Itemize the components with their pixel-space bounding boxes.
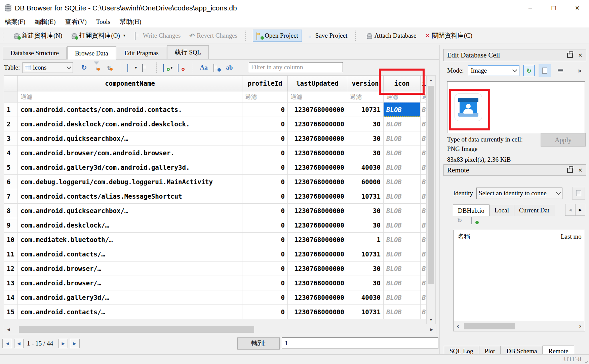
- cell-profileId[interactable]: 0: [242, 175, 288, 189]
- filter-profileId-input[interactable]: 過濾: [242, 91, 288, 103]
- cell-clipped-blob[interactable]: BLOB: [421, 247, 427, 261]
- row-number[interactable]: 7: [4, 189, 18, 204]
- cell-componentName[interactable]: com.android.gallery3d/…: [18, 290, 242, 305]
- remote-list-header-lastmodified[interactable]: Last mo: [558, 233, 582, 240]
- cell-profileId[interactable]: 0: [242, 146, 288, 160]
- scroll-left-icon[interactable]: ‹: [454, 322, 462, 330]
- first-page-button[interactable]: ◀: [2, 339, 12, 348]
- last-page-button[interactable]: ▶: [70, 339, 80, 348]
- cell-lastUpdated[interactable]: 1230768000000: [288, 233, 347, 247]
- tab-dbhub[interactable]: DBHub.io: [453, 204, 489, 216]
- cell-profileId[interactable]: 0: [242, 117, 288, 131]
- clone-database-button[interactable]: [572, 187, 585, 200]
- write-changes-button[interactable]: Write Changes: [131, 30, 184, 41]
- cell-icon-blob[interactable]: BLOB: [384, 189, 421, 204]
- cell-icon-blob[interactable]: BLOB: [384, 204, 421, 218]
- cell-profileId[interactable]: 0: [242, 261, 288, 276]
- cell-lastUpdated[interactable]: 1230768000000: [288, 218, 347, 233]
- cell-lastUpdated[interactable]: 1230768000000: [288, 276, 347, 290]
- filter-any-column-input[interactable]: [249, 62, 343, 72]
- next-page-button[interactable]: ▶: [58, 339, 68, 348]
- cell-version[interactable]: 10731: [347, 189, 384, 204]
- tab-database-structure[interactable]: Database Structure: [3, 47, 67, 59]
- cell-version[interactable]: 30: [347, 146, 384, 160]
- insert-record-dropdown-icon[interactable]: ▼: [170, 66, 173, 70]
- tab-browse-data[interactable]: Browse Data: [67, 46, 116, 59]
- menu-view[interactable]: 查看(V): [61, 17, 91, 27]
- cell-clipped-blob[interactable]: BLOB: [421, 189, 427, 204]
- revert-changes-button[interactable]: ↶ Revert Changes: [186, 30, 241, 41]
- row-number[interactable]: 5: [4, 160, 18, 175]
- open-database-button[interactable]: 打開資料庫(O) ▼: [68, 29, 129, 42]
- cell-clipped-blob[interactable]: BLOB: [421, 290, 427, 305]
- cell-profileId[interactable]: 0: [242, 204, 288, 218]
- cell-profileId[interactable]: 0: [242, 160, 288, 175]
- header-corner[interactable]: [4, 76, 18, 91]
- filter-icon-input[interactable]: 過濾: [384, 91, 421, 103]
- cell-lastUpdated[interactable]: 1230768000000: [288, 204, 347, 218]
- remote-list-horizontal-scrollbar[interactable]: ‹ ›: [454, 321, 584, 331]
- scroll-right-icon[interactable]: ›: [576, 322, 584, 330]
- cell-icon-blob[interactable]: BLOB: [384, 276, 421, 290]
- cell-profileId[interactable]: 0: [242, 247, 288, 261]
- column-header-componentName[interactable]: componentName: [18, 76, 242, 91]
- horizontal-scroll-thumb[interactable]: [464, 323, 515, 329]
- cell-lastUpdated[interactable]: 1230768000000: [288, 117, 347, 131]
- cell-componentName[interactable]: com.android.quicksearchbox/…: [18, 131, 242, 146]
- close-database-button[interactable]: ✕ 關閉資料庫(C): [422, 29, 476, 42]
- float-panel-icon[interactable]: [567, 53, 573, 58]
- cell-lastUpdated[interactable]: 1230768000000: [288, 131, 347, 146]
- menu-edit[interactable]: 編輯(E): [30, 17, 60, 27]
- text-format-button[interactable]: Aa: [198, 62, 209, 73]
- new-database-button[interactable]: 新建資料庫(N): [10, 29, 66, 42]
- cell-version[interactable]: 30: [347, 131, 384, 146]
- row-number[interactable]: 14: [4, 290, 18, 305]
- filter-componentName-input[interactable]: 過濾: [18, 91, 242, 103]
- open-project-button[interactable]: Open Project: [253, 30, 302, 42]
- maximize-button[interactable]: ☐: [542, 0, 565, 16]
- column-header-profileId[interactable]: profileId: [242, 76, 288, 91]
- cell-profileId[interactable]: 0: [242, 233, 288, 247]
- cell-icon-blob[interactable]: BLOB: [384, 160, 421, 175]
- menu-help[interactable]: 幫助(H): [115, 17, 146, 27]
- cell-clipped-blob[interactable]: BLOB: [421, 261, 427, 276]
- cell-clipped-blob[interactable]: BLOB: [421, 276, 427, 290]
- cell-componentName[interactable]: com.android.deskclock/…: [18, 218, 242, 233]
- row-number[interactable]: 8: [4, 204, 18, 218]
- scroll-left-icon[interactable]: ◀: [4, 325, 13, 334]
- goto-record-input[interactable]: [282, 337, 438, 349]
- cell-clipped-blob[interactable]: BLOB: [421, 131, 427, 146]
- row-number[interactable]: 11: [4, 247, 18, 261]
- save-project-button[interactable]: Save Project: [304, 30, 351, 41]
- apply-button[interactable]: Apply: [541, 133, 586, 147]
- cell-version[interactable]: 10731: [347, 103, 384, 117]
- minimize-button[interactable]: ─: [518, 0, 542, 16]
- cell-icon-blob[interactable]: BLOB: [384, 290, 421, 305]
- tab-edit-pragmas[interactable]: Edit Pragmas: [117, 47, 166, 59]
- grid-horizontal-scrollbar[interactable]: ◀ ▶: [4, 325, 436, 334]
- close-panel-icon[interactable]: ✕: [578, 52, 583, 58]
- cell-componentName[interactable]: com.mediatek.bluetooth/…: [18, 233, 242, 247]
- open-database-dropdown-icon[interactable]: ▼: [123, 34, 126, 37]
- insert-record-button[interactable]: +▼: [162, 62, 174, 73]
- cell-profileId[interactable]: 0: [242, 103, 288, 117]
- cell-lastUpdated[interactable]: 1230768000000: [288, 305, 347, 319]
- cell-clipped-blob[interactable]: BLOB: [421, 160, 427, 175]
- cell-componentName[interactable]: com.android.contacts/com.android.contact…: [18, 103, 242, 117]
- previous-page-button[interactable]: ◀: [14, 339, 24, 348]
- cell-icon-blob[interactable]: BLOB: [384, 305, 421, 319]
- refresh-button[interactable]: ↻: [78, 62, 90, 73]
- scroll-down-icon[interactable]: ▼: [427, 315, 435, 324]
- mode-combobox[interactable]: Image: [468, 65, 519, 76]
- cell-version[interactable]: 60000: [347, 175, 384, 189]
- column-header-icon[interactable]: icon: [384, 76, 421, 91]
- text-mode-button[interactable]: [539, 64, 551, 77]
- cell-icon-blob[interactable]: BLOB: [384, 175, 421, 189]
- cell-version[interactable]: 10731: [347, 305, 384, 319]
- cell-clipped-blob[interactable]: BLOB: [421, 204, 427, 218]
- filter-lastUpdated-input[interactable]: 過濾: [288, 91, 347, 103]
- cell-icon-blob[interactable]: BLOB: [384, 218, 421, 233]
- cell-componentName[interactable]: com.debug.loggerui/com.debug.loggerui.Ma…: [18, 175, 242, 189]
- cell-clipped-blob[interactable]: BLOB: [421, 146, 427, 160]
- cell-componentName[interactable]: com.android.browser/com.android.browser.: [18, 146, 242, 160]
